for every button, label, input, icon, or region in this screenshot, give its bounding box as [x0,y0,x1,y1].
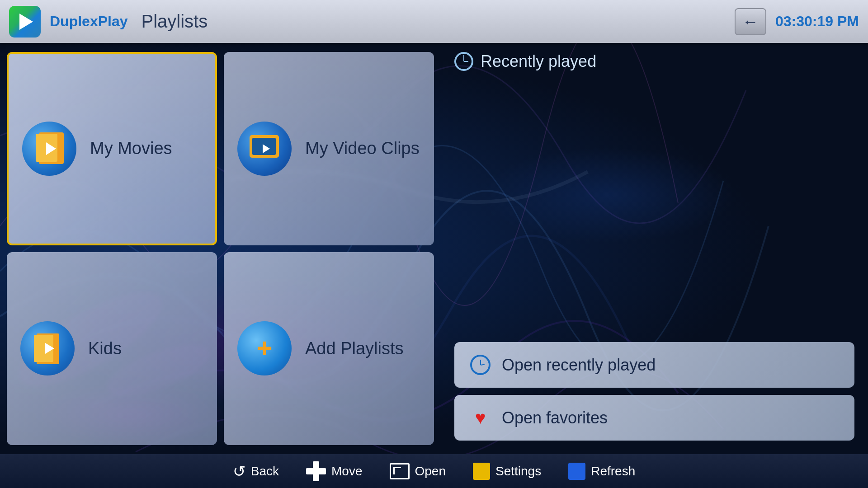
add-playlists-icon: + [237,321,292,375]
logo-play-icon [19,14,33,30]
play-triangle-sm-icon [263,144,270,153]
logo [9,6,41,38]
my-movies-icon [22,122,76,176]
plus-icon: + [256,335,272,362]
footer: ↺ Back Move Open Settings Refresh [0,454,868,488]
back-arrow-icon: ← [742,12,759,31]
brand-name: DuplexPlay [50,13,128,30]
add-playlists-card[interactable]: + Add Playlists [224,252,434,446]
open-recently-played-label: Open recently played [502,356,656,375]
kids-icon [20,321,75,375]
footer-refresh[interactable]: Refresh [568,463,635,480]
playlist-grid: My Movies My Video Clips K [0,43,441,454]
clock: 03:30:19 PM [775,13,859,30]
open-favorites-label: Open favorites [502,408,608,427]
footer-open-label: Open [415,464,446,479]
footer-open[interactable]: Open [390,463,446,479]
back-button[interactable]: ← [735,8,766,35]
kids-play-icon [45,343,54,354]
history-clock-icon [454,52,473,71]
header: DuplexPlay Playlists ← 03:30:19 PM [0,0,868,43]
open-icon [390,463,410,479]
back-footer-icon: ↺ [233,462,245,480]
play-triangle-icon [46,142,56,155]
footer-back-label: Back [251,464,279,479]
recently-played-header: Recently played [454,52,854,71]
add-playlists-label: Add Playlists [305,339,404,358]
page-title: Playlists [142,11,726,32]
my-movies-card[interactable]: My Movies [7,52,217,245]
my-movies-label: My Movies [90,139,172,158]
video-icon-inner [249,133,280,164]
kids-film-icon [33,332,62,366]
history-icon [470,355,491,375]
footer-settings-label: Settings [495,464,541,479]
footer-settings[interactable]: Settings [473,463,541,480]
my-video-clips-icon [237,122,292,176]
yellow-button-icon [473,463,490,480]
kids-label: Kids [88,339,122,358]
open-recently-played-button[interactable]: Open recently played [454,342,854,388]
footer-refresh-label: Refresh [591,464,635,479]
blue-button-icon [568,463,585,480]
header-right: ← 03:30:19 PM [735,8,859,35]
right-panel: Recently played Open recently played ♥ O… [441,43,868,454]
recently-played-title: Recently played [481,52,596,71]
footer-move-label: Move [331,464,362,479]
main-content: My Movies My Video Clips K [0,43,868,454]
footer-move[interactable]: Move [306,461,362,481]
kids-card[interactable]: Kids [7,252,217,446]
heart-icon: ♥ [470,408,491,428]
action-buttons: Open recently played ♥ Open favorites [454,342,854,441]
my-video-clips-card[interactable]: My Video Clips [224,52,434,245]
dpad-icon [306,461,326,481]
movie-film-icon [33,131,65,165]
open-favorites-button[interactable]: ♥ Open favorites [454,395,854,441]
my-video-clips-label: My Video Clips [305,139,420,158]
footer-back[interactable]: ↺ Back [233,462,279,480]
